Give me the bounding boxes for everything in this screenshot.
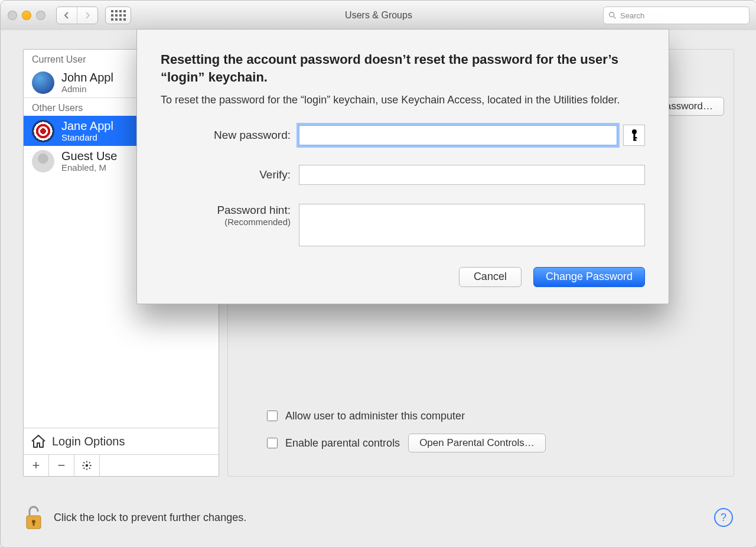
search-field[interactable]: Search xyxy=(603,6,750,24)
close-window-button[interactable] xyxy=(8,11,17,20)
user-name: Guest Use xyxy=(61,149,117,162)
chevron-left-icon xyxy=(63,12,70,19)
titlebar: Users & Groups Search xyxy=(1,1,756,31)
change-password-confirm-button[interactable]: Change Password xyxy=(533,267,645,287)
sheet-form: New password: Verify: Password hint: (Re… xyxy=(161,125,645,248)
parental-controls-label: Enable parental controls xyxy=(285,437,400,450)
login-options[interactable]: Login Options xyxy=(24,428,219,454)
allow-admin-input[interactable] xyxy=(267,411,278,421)
footer: Click the lock to prevent further change… xyxy=(24,504,733,531)
password-hint-input[interactable] xyxy=(299,204,645,246)
search-icon xyxy=(608,11,617,19)
remove-user-button[interactable]: − xyxy=(49,455,74,476)
verify-password-input[interactable] xyxy=(299,165,645,185)
zoom-window-button[interactable] xyxy=(36,11,45,20)
add-user-button[interactable]: + xyxy=(24,455,49,476)
user-name: John Appl xyxy=(61,71,113,84)
forward-button[interactable] xyxy=(77,7,97,24)
sidebar-actions: + − xyxy=(24,454,219,476)
user-avatar-earth-icon xyxy=(32,71,54,94)
hint-sublabel: (Recommended) xyxy=(161,217,291,227)
svg-point-0 xyxy=(610,12,614,17)
hint-label: Password hint: (Recommended) xyxy=(161,204,299,227)
window: Users & Groups Search Current User John … xyxy=(0,0,756,547)
svg-point-7 xyxy=(632,129,637,134)
lock-text: Click the lock to prevent further change… xyxy=(54,512,246,524)
sheet-subtext: To reset the password for the “login” ke… xyxy=(161,93,645,108)
svg-line-1 xyxy=(614,17,615,18)
cancel-button[interactable]: Cancel xyxy=(459,267,522,287)
house-icon xyxy=(31,434,46,448)
verify-label: Verify: xyxy=(161,168,299,181)
grid-icon xyxy=(111,10,126,21)
unlocked-lock-icon[interactable] xyxy=(24,504,43,531)
svg-rect-10 xyxy=(633,139,636,141)
minimize-window-button[interactable] xyxy=(22,11,31,20)
actions-menu-button[interactable] xyxy=(74,455,100,476)
help-icon: ? xyxy=(721,512,726,524)
allow-admin-label: Allow user to administer this computer xyxy=(285,410,465,422)
user-name: Jane Appl xyxy=(61,119,113,132)
password-assistant-button[interactable] xyxy=(623,125,645,146)
svg-rect-9 xyxy=(633,137,637,139)
show-all-button[interactable] xyxy=(105,6,131,24)
back-button[interactable] xyxy=(57,7,77,24)
new-password-input[interactable] xyxy=(299,125,617,145)
login-options-label: Login Options xyxy=(52,435,125,448)
svg-rect-6 xyxy=(33,522,35,526)
svg-point-2 xyxy=(86,464,89,467)
user-role: Enabled, M xyxy=(61,162,117,172)
new-password-label: New password: xyxy=(161,129,299,142)
gear-icon xyxy=(82,460,92,471)
user-role: Standard xyxy=(61,132,113,142)
user-avatar-target-icon xyxy=(32,120,54,142)
open-parental-controls-button[interactable]: Open Parental Controls… xyxy=(408,434,546,452)
nav-back-forward xyxy=(56,6,98,24)
sheet-heading: Resetting the account password doesn’t r… xyxy=(161,51,645,86)
parental-controls-checkbox[interactable]: Enable parental controls xyxy=(265,436,400,450)
reset-password-sheet: Resetting the account password doesn’t r… xyxy=(136,29,669,304)
user-role: Admin xyxy=(61,84,113,94)
key-icon xyxy=(630,129,638,142)
parental-controls-input[interactable] xyxy=(267,438,278,448)
user-avatar-silhouette-icon xyxy=(32,150,54,172)
help-button[interactable]: ? xyxy=(714,508,733,527)
allow-admin-checkbox[interactable]: Allow user to administer this computer xyxy=(265,409,722,423)
chevron-right-icon xyxy=(84,12,91,19)
traffic-lights xyxy=(8,11,45,20)
search-placeholder: Search xyxy=(620,11,644,20)
